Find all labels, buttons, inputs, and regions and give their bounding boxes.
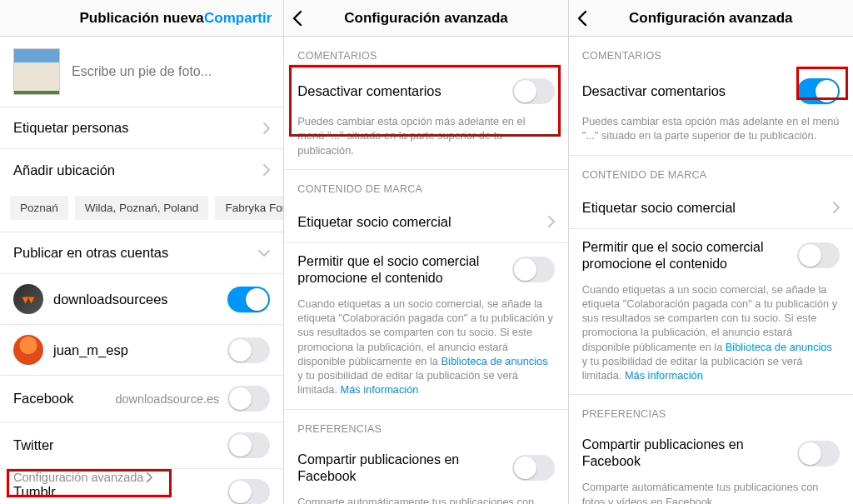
chevron-right-icon — [263, 164, 270, 176]
location-chip[interactable]: Poznań — [10, 196, 68, 220]
social-row-facebook: Facebook downloadsource.es — [0, 376, 283, 422]
nav-header: Configuración avanzada — [284, 0, 567, 37]
account-toggle[interactable] — [227, 287, 270, 312]
publish-other-accounts-row[interactable]: Publicar en otras cuentas — [0, 232, 283, 274]
share-fb-toggle[interactable] — [512, 455, 555, 481]
tag-people-label: Etiquetar personas — [13, 120, 129, 136]
add-location-label: Añadir ubicación — [13, 162, 115, 178]
account-name: juan_m_esp — [53, 342, 128, 358]
disable-comments-desc: Puedes cambiar esta opción más adelante … — [284, 114, 567, 169]
chevron-right-icon — [263, 122, 270, 134]
chevron-right-icon — [833, 202, 840, 213]
chevron-left-icon — [577, 10, 587, 27]
social-toggle[interactable] — [227, 432, 270, 458]
tag-partner-label: Etiquetar socio comercial — [297, 214, 451, 230]
chevron-left-icon — [292, 10, 302, 27]
disable-comments-label: Desactivar comentarios — [297, 83, 441, 99]
disable-comments-row: Desactivar comentarios — [284, 68, 567, 114]
tag-people-row[interactable]: Etiquetar personas — [0, 107, 283, 149]
location-chip[interactable]: Wilda, Poznań, Poland — [75, 196, 209, 220]
account-name: downloadsourcees — [53, 292, 168, 307]
publish-other-label: Publicar en otras cuentas — [13, 245, 168, 261]
ads-library-link[interactable]: Biblioteca de anuncios — [441, 355, 548, 367]
section-prefs: PREFERENCIAS — [569, 394, 853, 427]
disable-comments-toggle[interactable] — [797, 78, 840, 104]
tag-partner-label: Etiquetar socio comercial — [582, 200, 736, 216]
back-button[interactable] — [292, 0, 302, 36]
advanced-settings-link[interactable]: Configuración avanzada — [0, 462, 283, 492]
section-comments: COMENTARIOS — [284, 37, 567, 68]
share-fb-desc: Comparte automáticamente tus publicacion… — [569, 480, 853, 504]
compose-row — [0, 37, 283, 107]
advanced-settings-pane-on: Configuración avanzada COMENTARIOS Desac… — [569, 0, 853, 504]
share-fb-row: Compartir publicaciones en Facebook — [284, 442, 567, 495]
share-fb-desc: Comparte automáticamente tus publicacion… — [284, 495, 567, 504]
disable-comments-desc: Puedes cambiar esta opción más adelante … — [569, 114, 853, 155]
more-info-link[interactable]: Más información — [341, 383, 419, 396]
more-info-link[interactable]: Más información — [625, 369, 703, 382]
share-fb-label: Compartir publicaciones en Facebook — [582, 437, 782, 470]
account-row: juan_m_esp — [0, 325, 283, 376]
back-button[interactable] — [577, 0, 587, 36]
section-branded: CONTENIDO DE MARCA — [569, 155, 853, 187]
allow-partner-toggle[interactable] — [512, 257, 555, 282]
ads-library-link[interactable]: Biblioteca de anuncios — [726, 341, 832, 353]
social-label: Facebook — [13, 391, 73, 407]
disable-comments-toggle[interactable] — [512, 78, 555, 104]
nav-title: Configuración avanzada — [629, 10, 792, 27]
share-button[interactable]: Compartir — [204, 0, 272, 36]
share-fb-row: Compartir publicaciones en Facebook — [569, 427, 853, 480]
share-fb-toggle[interactable] — [797, 441, 840, 467]
nav-title: Configuración avanzada — [344, 10, 507, 27]
avatar — [13, 335, 43, 365]
disable-comments-label: Desactivar comentarios — [582, 83, 726, 99]
share-fb-label: Compartir publicaciones en Facebook — [297, 452, 497, 485]
section-comments: COMENTARIOS — [569, 37, 853, 68]
account-row: ▾▾ downloadsourcees — [0, 274, 283, 325]
nav-header: Publicación nueva Compartir — [0, 0, 283, 37]
advanced-settings-pane-off: Configuración avanzada COMENTARIOS Desac… — [284, 0, 568, 504]
social-label: Twitter — [13, 437, 54, 453]
chevron-right-icon — [147, 472, 152, 482]
add-location-row[interactable]: Añadir ubicación — [0, 149, 283, 191]
location-suggestions: Poznań Wilda, Poznań, Poland Fabryka For… — [0, 191, 283, 232]
disable-comments-row: Desactivar comentarios — [569, 68, 853, 114]
partner-desc: Cuando etiquetas a un socio comercial, s… — [569, 282, 853, 395]
section-prefs: PREFERENCIAS — [284, 409, 567, 442]
avatar: ▾▾ — [13, 284, 43, 314]
caption-input[interactable] — [72, 64, 270, 79]
allow-partner-label: Permitir que el socio comercial promocio… — [582, 239, 782, 272]
nav-title: Publicación nueva — [80, 10, 204, 27]
tag-partner-row[interactable]: Etiquetar socio comercial — [284, 202, 567, 243]
advanced-settings-label: Configuración avanzada — [13, 471, 143, 484]
allow-partner-toggle[interactable] — [797, 242, 840, 268]
post-thumbnail[interactable] — [13, 48, 60, 95]
chevron-down-icon — [258, 250, 270, 257]
partner-desc: Cuando etiquetas a un socio comercial, s… — [284, 297, 567, 409]
allow-partner-row: Permitir que el socio comercial promocio… — [284, 243, 567, 297]
social-toggle[interactable] — [227, 386, 270, 412]
nav-header: Configuración avanzada — [569, 0, 853, 37]
new-post-pane: Publicación nueva Compartir Etiquetar pe… — [0, 0, 284, 504]
allow-partner-row: Permitir que el socio comercial promocio… — [569, 229, 853, 282]
allow-partner-label: Permitir que el socio comercial promocio… — [297, 253, 497, 287]
social-detail: downloadsource.es — [115, 392, 219, 406]
section-branded: CONTENIDO DE MARCA — [284, 169, 567, 202]
location-chip[interactable]: Fabryka Formy — [215, 196, 283, 220]
tag-partner-row[interactable]: Etiquetar socio comercial — [569, 187, 853, 229]
chevron-right-icon — [548, 216, 555, 227]
account-toggle[interactable] — [227, 337, 270, 363]
